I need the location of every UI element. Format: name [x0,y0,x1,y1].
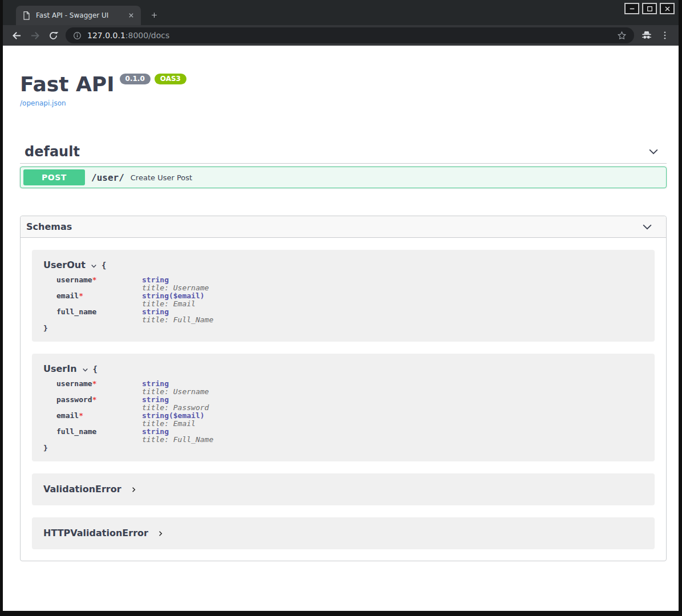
chevron-down-icon[interactable] [82,366,89,374]
bookmark-star-icon[interactable] [616,30,627,41]
schemas-section: Schemas UserOut { [20,216,667,561]
window-controls [624,3,675,14]
chevron-right-icon[interactable] [130,485,137,494]
oas3-badge: OAS3 [155,74,186,84]
url-path: :8000/docs [125,31,170,40]
chevron-right-icon[interactable] [157,529,164,538]
page-favicon-icon [22,11,31,21]
browser-tab[interactable]: Fast API - Swagger UI [16,6,141,25]
operation-summary: Create User Post [131,173,192,182]
new-tab-button[interactable] [147,7,161,22]
property-row: username* stringtitle: Username [43,380,643,396]
property-type: string($email) [142,292,205,300]
chevron-down-icon[interactable] [647,145,660,158]
tag-title: default [25,144,80,160]
model-title: UserIn [43,363,77,375]
maximize-button[interactable] [642,3,657,14]
property-type: string [142,396,209,404]
required-star: * [92,379,97,388]
schemas-header[interactable]: Schemas [21,216,666,238]
site-info-icon[interactable] [72,31,82,40]
property-row: full_name stringtitle: Full_Name [43,428,643,444]
schemas-title: Schemas [26,221,72,232]
tag-header-default[interactable]: default [20,140,667,164]
minimize-button[interactable] [624,3,639,14]
back-button[interactable] [9,27,25,43]
model-toggle-row[interactable]: ValidationError [43,483,643,496]
url-host: 127.0.0.1 [87,31,125,40]
property-row: email* string($email)title: Email [43,412,643,428]
property-type: string [142,276,209,284]
property-row: username* stringtitle: Username [43,276,643,292]
brace-open: { [102,259,106,271]
model-validationerror: ValidationError [32,473,655,505]
chevron-down-icon[interactable] [641,221,653,233]
api-title: Fast API [20,72,115,97]
tab-title: Fast API - Swagger UI [36,11,121,19]
required-star: * [92,395,97,404]
required-star: * [79,291,83,300]
property-meta: title: Email [142,300,205,308]
required-star: * [92,275,97,284]
property-row: email* string($email)title: Email [43,292,643,308]
brace-open: { [93,363,98,375]
model-toggle-row[interactable]: HTTPValidationError [43,526,643,540]
property-meta: title: Email [142,420,205,428]
reload-button[interactable] [45,27,61,43]
page-content: Fast API 0.1.0 OAS3 /openapi.json defaul… [3,46,679,611]
property-meta: title: Full_Name [142,316,213,324]
model-userout: UserOut { username* stringtitle: Usernam… [32,250,655,342]
browser-window: Fast API - Swagger UI [0,0,682,616]
property-row: password* stringtitle: Password [43,396,643,412]
chevron-down-icon[interactable] [90,262,98,270]
browser-toolbar: 127.0.0.1:8000/docs [3,25,679,46]
property-type: string [142,428,213,436]
version-badge: 0.1.0 [120,74,151,84]
model-httpvalidationerror: HTTPValidationError [32,517,655,549]
method-badge: POST [23,169,85,185]
property-type: string($email) [142,412,205,420]
url-text: 127.0.0.1:8000/docs [87,31,169,40]
tag-section-default: default POST /user/ Create User Post [20,140,667,188]
operation-path: /user/ [91,172,124,183]
opblock-post-user[interactable]: POST /user/ Create User Post [20,167,667,188]
property-meta: title: Username [142,388,209,396]
property-meta: title: Username [142,284,209,292]
address-bar[interactable]: 127.0.0.1:8000/docs [66,27,634,43]
kebab-menu-icon[interactable] [657,27,673,43]
model-title: UserOut [43,259,86,271]
property-meta: title: Password [142,404,209,412]
brace-close: } [43,444,643,452]
property-meta: title: Full_Name [142,436,213,444]
required-star: * [79,411,83,420]
property-row: full_name stringtitle: Full_Name [43,308,643,324]
openapi-spec-link[interactable]: /openapi.json [20,99,66,107]
api-info: Fast API 0.1.0 OAS3 /openapi.json [20,72,667,108]
brace-close: } [43,324,643,333]
tab-close-icon[interactable] [126,10,136,21]
tab-strip: Fast API - Swagger UI [3,0,679,25]
property-type: string [142,380,209,388]
incognito-icon [639,27,655,43]
model-title: ValidationError [43,483,121,496]
model-title: HTTPValidationError [43,526,148,540]
close-window-button[interactable] [660,3,675,14]
property-type: string [142,308,213,316]
forward-button[interactable] [27,27,43,43]
model-userin: UserIn { username* stringtitle: Username [32,354,655,461]
